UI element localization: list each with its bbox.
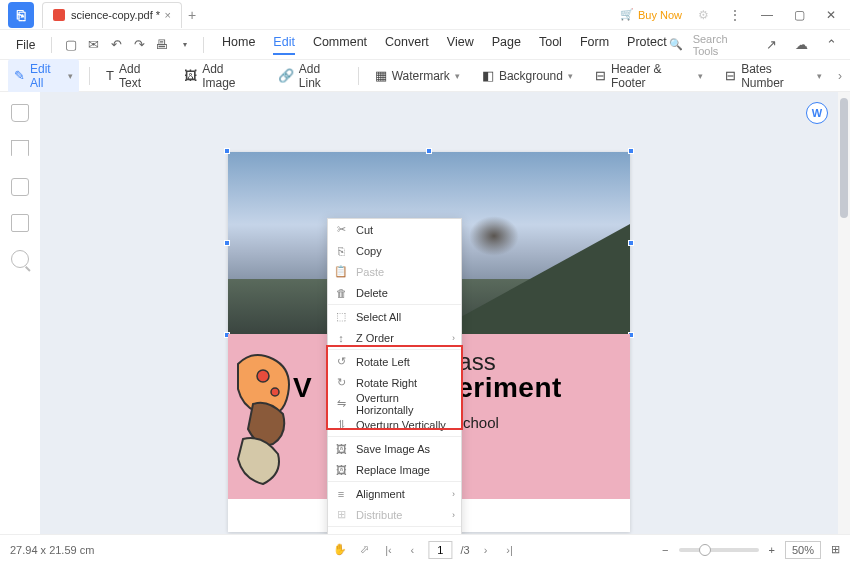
scrollbar-thumb[interactable] [840,98,848,218]
next-page-icon[interactable]: › [478,544,494,556]
cloud-icon[interactable]: ☁ [791,34,811,56]
maximize-button[interactable]: ▢ [788,8,810,22]
zoom-in-icon[interactable]: + [769,544,775,556]
minimize-button[interactable]: — [756,8,778,22]
buy-now-link[interactable]: 🛒 Buy Now [620,8,682,21]
menu-dots-icon[interactable]: ⋮ [724,8,746,22]
chevron-right-icon: › [452,489,455,499]
link-icon: 🔗 [278,68,294,83]
edit-all-button[interactable]: ✎Edit All▾ [8,59,79,93]
print-caret-icon[interactable]: ▾ [174,34,195,56]
image-icon: 🖼 [184,68,197,83]
share-icon[interactable]: ↗ [761,34,781,56]
comments-panel-button[interactable] [11,178,29,196]
search-panel-button[interactable] [11,250,29,268]
word-export-badge[interactable]: W [806,102,828,124]
zoom-slider-knob[interactable] [699,544,711,556]
close-tab-icon[interactable]: × [165,9,171,21]
add-text-button[interactable]: TAdd Text [100,59,168,93]
header-footer-button[interactable]: ⊟Header & Footer▾ [589,59,709,93]
search-tools-icon[interactable]: 🔍 [669,38,683,51]
save-icon[interactable]: ▢ [60,34,81,56]
add-image-button[interactable]: 🖼Add Image [178,59,262,93]
flip-v-icon: ⥮ [334,418,348,431]
page-total: /3 [460,544,469,556]
ctx-cut[interactable]: ✂Cut [328,219,461,240]
svg-point-0 [257,370,269,382]
ctx-save-image-as[interactable]: 🖼Save Image As [328,438,461,459]
ctx-overturn-horizontal[interactable]: ⇋Overturn Horizontally [328,393,461,414]
ctx-rotate-left[interactable]: ↺Rotate Left [328,351,461,372]
menu-edit[interactable]: Edit [273,35,295,55]
background-button[interactable]: ◧Background▾ [476,65,579,86]
menu-view[interactable]: View [447,35,474,55]
save-image-icon: 🖼 [334,443,348,455]
menu-protect[interactable]: Protect [627,35,667,55]
ctx-z-order[interactable]: ↕Z Order› [328,327,461,348]
ctx-alignment[interactable]: ≡Alignment› [328,483,461,504]
document-tab[interactable]: science-copy.pdf * × [42,2,182,28]
text-icon: T [106,68,114,83]
align-icon: ≡ [334,488,348,500]
tab-title: science-copy.pdf * [71,9,160,21]
zoom-percent-select[interactable]: 50% [785,541,821,559]
select-tool-icon[interactable]: ⬀ [356,543,372,556]
menu-home[interactable]: Home [222,35,255,55]
fit-page-icon[interactable]: ⊞ [831,543,840,556]
bookmarks-panel-button[interactable] [11,140,29,160]
last-page-icon[interactable]: ›| [502,544,518,556]
menu-form[interactable]: Form [580,35,609,55]
toolbar-overflow-icon[interactable]: › [838,69,842,83]
close-window-button[interactable]: ✕ [820,8,842,22]
menu-tool[interactable]: Tool [539,35,562,55]
replace-icon: 🖼 [334,464,348,476]
mail-icon[interactable]: ✉ [83,34,104,56]
paste-icon: 📋 [334,265,348,278]
context-menu: ✂Cut ⎘Copy 📋Paste 🗑Delete ⬚Select All ↕Z… [327,218,462,550]
vertical-scrollbar[interactable] [838,92,850,534]
select-all-icon: ⬚ [334,310,348,323]
menu-comment[interactable]: Comment [313,35,367,55]
watermark-icon: ▦ [375,68,387,83]
background-icon: ◧ [482,68,494,83]
bates-icon: ⊟ [725,68,736,83]
chevron-right-icon: › [452,333,455,343]
illustration [233,344,328,489]
zorder-icon: ↕ [334,332,348,344]
print-icon[interactable]: 🖶 [151,34,172,56]
settings-icon[interactable]: ⚙ [692,8,714,22]
undo-icon[interactable]: ↶ [106,34,127,56]
search-tools-input[interactable]: Search Tools [693,33,751,57]
ctx-overturn-vertical[interactable]: ⥮Overturn Vertically [328,414,461,435]
watermark-button[interactable]: ▦Watermark▾ [369,65,466,86]
hand-tool-icon[interactable]: ✋ [332,543,348,556]
attachments-panel-button[interactable] [11,214,29,232]
thumbnails-panel-button[interactable] [11,104,29,122]
zoom-out-icon[interactable]: − [662,544,668,556]
bates-number-button[interactable]: ⊟Bates Number▾ [719,59,828,93]
new-tab-button[interactable]: + [188,7,196,23]
trash-icon: 🗑 [334,287,348,299]
app-logo: ⎘ [8,2,34,28]
redo-icon[interactable]: ↷ [129,34,150,56]
chevron-up-icon[interactable]: ⌃ [822,34,842,56]
ctx-replace-image[interactable]: 🖼Replace Image [328,459,461,480]
header-footer-icon: ⊟ [595,68,606,83]
rotate-right-icon: ↻ [334,376,348,389]
first-page-icon[interactable]: |‹ [380,544,396,556]
page-number-input[interactable] [428,541,452,559]
main-menu: Home Edit Comment Convert View Page Tool… [222,35,667,55]
pencil-icon: ✎ [14,68,25,83]
ctx-copy[interactable]: ⎘Copy [328,240,461,261]
file-menu[interactable]: File [8,34,43,56]
scissors-icon: ✂ [334,223,348,236]
ctx-select-all[interactable]: ⬚Select All [328,306,461,327]
ctx-rotate-right[interactable]: ↻Rotate Right [328,372,461,393]
copy-icon: ⎘ [334,245,348,257]
menu-convert[interactable]: Convert [385,35,429,55]
zoom-slider[interactable] [679,548,759,552]
add-link-button[interactable]: 🔗Add Link [272,59,348,93]
menu-page[interactable]: Page [492,35,521,55]
ctx-delete[interactable]: 🗑Delete [328,282,461,303]
prev-page-icon[interactable]: ‹ [404,544,420,556]
